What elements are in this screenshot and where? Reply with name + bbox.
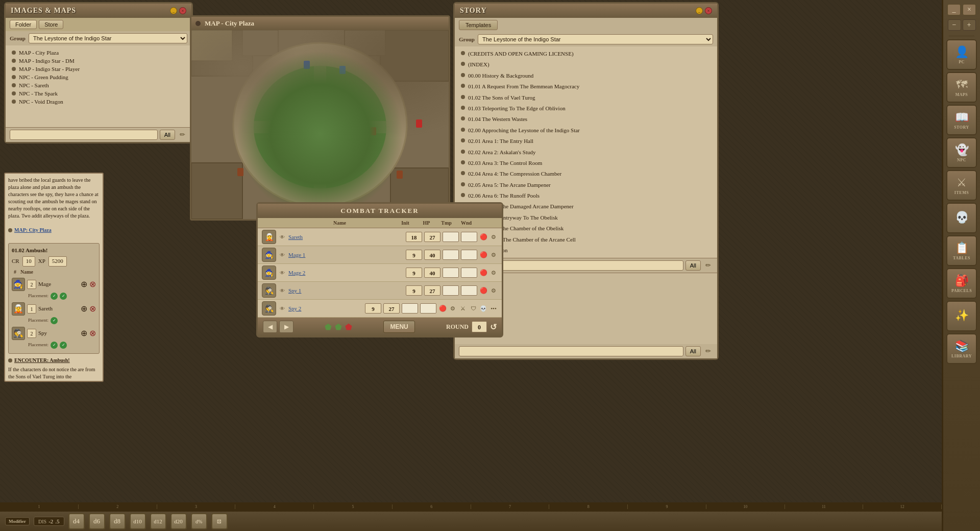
- folder-button[interactable]: Folder: [10, 20, 37, 29]
- menu-button[interactable]: MENU: [383, 321, 414, 333]
- group-select[interactable]: The Leystone of the Indigo Star: [29, 33, 187, 43]
- eye-button[interactable]: 👁: [278, 304, 286, 312]
- combatant-name[interactable]: Spy 2: [288, 305, 363, 311]
- list-item[interactable]: NPC - Void Dragon: [10, 98, 187, 106]
- list-item[interactable]: NPC - Green Pudding: [10, 73, 187, 81]
- combatant-name[interactable]: Mage 1: [288, 252, 404, 258]
- more-icon[interactable]: •••: [489, 304, 498, 312]
- wnd-input[interactable]: [420, 303, 436, 313]
- minimize-button[interactable]: _: [170, 7, 177, 14]
- combatant-name[interactable]: Mage 2: [288, 270, 404, 276]
- sidebar-parcels-btn[interactable]: 🎒 PARCELS: [946, 268, 977, 299]
- story-list-item[interactable]: 02.03 Area 3: The Control Room: [459, 158, 713, 168]
- spy-add-icon[interactable]: ⊕: [81, 328, 87, 339]
- hp-red-icon[interactable]: 🔴: [479, 233, 487, 241]
- next-button[interactable]: ▶: [279, 321, 293, 333]
- sareth-remove-icon[interactable]: ⊗: [89, 303, 96, 315]
- eye-button[interactable]: 👁: [278, 286, 286, 295]
- d12-button[interactable]: d12: [150, 513, 166, 529]
- hp-red-icon[interactable]: 🔴: [438, 304, 447, 312]
- eye-button[interactable]: 👁: [278, 233, 286, 241]
- story-list-item[interactable]: 01.03 Teleporting To The Edge of Oblivio…: [459, 103, 713, 114]
- story-group-select[interactable]: The Leystone of the Indigo Star: [478, 34, 713, 44]
- custom-dice-button[interactable]: ⚄: [211, 513, 228, 529]
- list-item[interactable]: NPC - The Spark: [10, 89, 187, 98]
- story-list-item[interactable]: (INDEX): [459, 59, 713, 70]
- sidebar-maps-btn[interactable]: 🗺 MAPS: [946, 72, 977, 103]
- d10-button[interactable]: d10: [130, 513, 146, 529]
- sidebar-encounters-btn[interactable]: 💀: [946, 203, 977, 233]
- story-all-button[interactable]: All: [685, 260, 701, 271]
- status-green1[interactable]: ⬟: [325, 322, 332, 332]
- story-notes-search[interactable]: [459, 346, 683, 356]
- map-ref-link[interactable]: MAP: City Plaza: [14, 227, 52, 234]
- d100-button[interactable]: d%: [191, 513, 207, 529]
- d4-button[interactable]: d4: [68, 513, 85, 529]
- sidebar-npc-btn[interactable]: 👻 NPC: [946, 137, 977, 168]
- settings-icon[interactable]: ⚙: [489, 286, 498, 295]
- sidebar-pc-btn[interactable]: 👤 PC: [946, 39, 977, 70]
- all-button[interactable]: All: [160, 130, 175, 140]
- status-red[interactable]: ⬟: [345, 322, 352, 332]
- wnd-input[interactable]: [461, 250, 477, 260]
- list-item[interactable]: MAP - Indigo Star - Player: [10, 65, 187, 73]
- story-list-item[interactable]: 01.04 The Western Wastes: [459, 114, 713, 125]
- list-item[interactable]: MAP - City Plaza: [10, 49, 187, 57]
- shield-icon[interactable]: 🛡: [469, 304, 477, 312]
- sidebar-close-btn[interactable]: ×: [963, 4, 976, 15]
- prev-button[interactable]: ◀: [263, 321, 277, 333]
- sidebar-story-btn[interactable]: 📖 STORY: [946, 105, 977, 135]
- map-image[interactable]: ⚙: [191, 30, 449, 219]
- sidebar-library-btn[interactable]: 📚 LIBRARY: [946, 333, 977, 364]
- story-notes-edit-icon[interactable]: ✏: [703, 346, 713, 356]
- story-list-item[interactable]: 02.01 Area 1: The Entry Hall: [459, 136, 713, 147]
- story-list-item[interactable]: 02.04 Area 4: The Compression Chamber: [459, 168, 713, 179]
- eye-button[interactable]: 👁: [278, 251, 286, 259]
- combatant-name[interactable]: Spy 1: [288, 287, 404, 294]
- d6-button[interactable]: d6: [89, 513, 105, 529]
- zoom-minus-btn[interactable]: −: [948, 19, 961, 31]
- settings-icon[interactable]: ⚙: [489, 251, 498, 259]
- tmp-input[interactable]: [443, 268, 459, 278]
- settings-icon[interactable]: ⚙: [489, 233, 498, 241]
- sareth-add-icon[interactable]: ⊕: [81, 303, 87, 315]
- tmp-input[interactable]: [402, 303, 418, 313]
- story-list-item[interactable]: 02.00 Approching the Leystone of the Ind…: [459, 125, 713, 136]
- tmp-input[interactable]: [443, 250, 459, 260]
- story-list-item[interactable]: 02.02 Area 2: Askalan's Study: [459, 147, 713, 158]
- story-close-button[interactable]: ×: [705, 7, 712, 14]
- story-list-item[interactable]: 02.06 Area 6: The Runoff Pools: [459, 190, 713, 201]
- store-button[interactable]: Store: [39, 20, 63, 29]
- hp-red-icon[interactable]: 🔴: [479, 269, 487, 277]
- hp-red-icon[interactable]: 🔴: [479, 251, 487, 259]
- story-list-item[interactable]: 01.01 A Request From The Bemmean Magocra…: [459, 81, 713, 92]
- story-edit-icon[interactable]: ✏: [703, 260, 713, 271]
- skull-icon[interactable]: 💀: [479, 304, 487, 312]
- list-item[interactable]: NPC - Sareth: [10, 81, 187, 89]
- story-list-item[interactable]: 00.00 History & Background: [459, 70, 713, 81]
- settings-icon[interactable]: ⚙: [449, 304, 457, 312]
- settings-icon[interactable]: ⚙: [489, 269, 498, 277]
- sidebar-effects-btn[interactable]: ✨: [946, 301, 977, 331]
- search-input[interactable]: [10, 130, 158, 140]
- wnd-input[interactable]: [461, 268, 477, 278]
- d8-button[interactable]: d8: [109, 513, 126, 529]
- story-notes-all-btn[interactable]: All: [685, 346, 701, 356]
- wnd-input[interactable]: [461, 232, 477, 242]
- sidebar-minimize-btn[interactable]: _: [947, 4, 961, 15]
- zoom-plus-btn[interactable]: +: [963, 19, 976, 31]
- sidebar-tables-btn[interactable]: 📋 TABLES: [946, 235, 977, 266]
- edit-icon[interactable]: ✏: [177, 130, 187, 140]
- tmp-input[interactable]: [443, 232, 459, 242]
- story-minimize-button[interactable]: _: [696, 7, 703, 14]
- story-list-item[interactable]: 02.05 Area 5: The Arcane Dampener: [459, 180, 713, 190]
- d20-button[interactable]: d20: [170, 513, 187, 529]
- templates-button[interactable]: Templates: [459, 20, 498, 30]
- story-list-item[interactable]: (CREDITS AND OPEN GAMING LICENSE): [459, 49, 713, 59]
- tmp-input[interactable]: [443, 285, 459, 296]
- status-green2[interactable]: ⬟: [335, 322, 342, 332]
- sidebar-items-btn[interactable]: ⚔ ITEMS: [946, 170, 977, 201]
- encounter-ref-link[interactable]: ENCOUNTER: Ambush!: [14, 357, 70, 364]
- wnd-input[interactable]: [461, 285, 477, 296]
- mage-remove-icon[interactable]: ⊗: [89, 279, 96, 290]
